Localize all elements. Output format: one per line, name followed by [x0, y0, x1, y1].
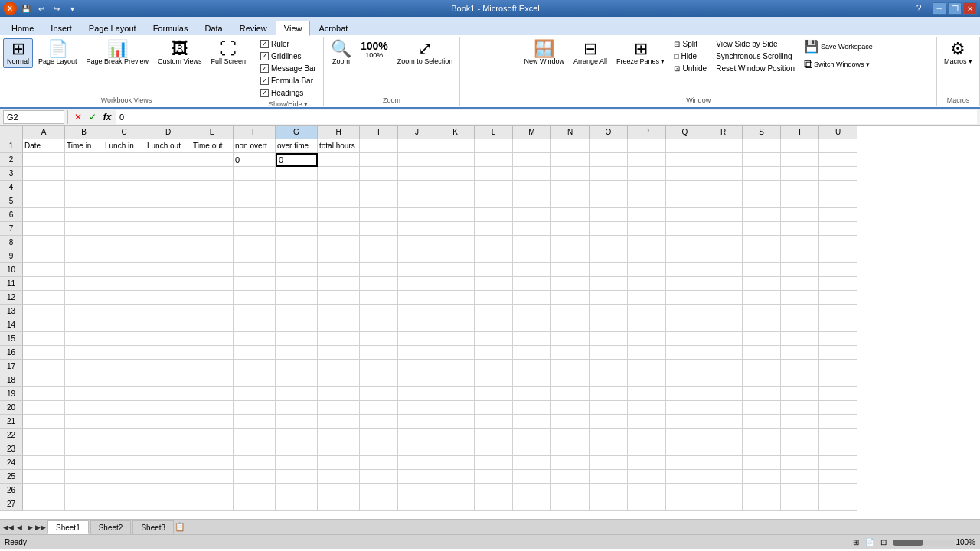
cell-h26[interactable] — [318, 484, 360, 497]
cell-r22[interactable] — [704, 429, 743, 442]
cell-p22[interactable] — [628, 429, 666, 442]
row-num-24[interactable]: 24 — [0, 456, 23, 470]
cell-q25[interactable] — [666, 470, 704, 484]
macros-btn[interactable]: ⚙ Macros ▾ — [940, 38, 976, 68]
cancel-formula-btn[interactable]: ✕ — [71, 110, 85, 124]
cell-k22[interactable] — [436, 429, 475, 442]
cell-n19[interactable] — [551, 387, 590, 401]
cell-c14[interactable] — [103, 318, 145, 332]
cell-d14[interactable] — [145, 318, 191, 332]
cell-l15[interactable] — [475, 332, 513, 346]
cell-m27[interactable] — [513, 497, 551, 511]
cell-t15[interactable] — [781, 332, 819, 346]
cell-d15[interactable] — [145, 332, 191, 346]
cell-r17[interactable] — [704, 360, 743, 373]
cell-o24[interactable] — [590, 456, 628, 470]
cell-g16[interactable] — [276, 346, 318, 360]
cell-l2[interactable] — [475, 153, 513, 167]
cell-t2[interactable] — [781, 153, 819, 167]
cell-b19[interactable] — [65, 387, 103, 401]
cell-o18[interactable] — [590, 373, 628, 387]
cell-q15[interactable] — [666, 332, 704, 346]
cell-d12[interactable] — [145, 291, 191, 305]
cell-o15[interactable] — [590, 332, 628, 346]
cell-m5[interactable] — [513, 194, 551, 208]
cell-s3[interactable] — [743, 167, 781, 181]
cell-m6[interactable] — [513, 208, 551, 222]
cell-d26[interactable] — [145, 484, 191, 497]
cell-m22[interactable] — [513, 429, 551, 442]
cell-t7[interactable] — [781, 222, 819, 236]
cell-g17[interactable] — [276, 360, 318, 373]
cell-d23[interactable] — [145, 442, 191, 456]
cell-i23[interactable] — [360, 442, 398, 456]
cell-g22[interactable] — [276, 429, 318, 442]
cell-p6[interactable] — [628, 208, 666, 222]
cell-f15[interactable] — [234, 332, 276, 346]
cell-d16[interactable] — [145, 346, 191, 360]
cell-i24[interactable] — [360, 456, 398, 470]
cell-e16[interactable] — [191, 346, 234, 360]
cell-e20[interactable] — [191, 401, 234, 415]
row-num-6[interactable]: 6 — [0, 208, 23, 222]
row-num-17[interactable]: 17 — [0, 360, 23, 373]
cell-t21[interactable] — [781, 415, 819, 429]
cell-q14[interactable] — [666, 318, 704, 332]
cell-i13[interactable] — [360, 305, 398, 318]
cell-m4[interactable] — [513, 181, 551, 194]
unhide-btn[interactable]: ⊡ Unhide — [670, 63, 710, 74]
cell-n17[interactable] — [551, 360, 590, 373]
cell-q24[interactable] — [666, 456, 704, 470]
cell-d1[interactable]: Lunch out — [145, 139, 191, 153]
cell-r27[interactable] — [704, 497, 743, 511]
cell-j16[interactable] — [398, 346, 436, 360]
message-bar-checkbox-btn[interactable]: ✓ Message Bar — [256, 63, 320, 74]
cell-i11[interactable] — [360, 277, 398, 291]
cell-q9[interactable] — [666, 249, 704, 263]
cell-t27[interactable] — [781, 497, 819, 511]
view-normal-icon[interactable]: ⊞ — [853, 538, 859, 546]
cell-n8[interactable] — [551, 236, 590, 249]
new-window-btn[interactable]: 🪟 New Window — [520, 38, 568, 68]
cell-d4[interactable] — [145, 181, 191, 194]
row-num-25[interactable]: 25 — [0, 470, 23, 484]
cell-g18[interactable] — [276, 373, 318, 387]
undo-quick-btn[interactable]: ↩ — [35, 2, 47, 15]
cell-f18[interactable] — [234, 373, 276, 387]
cell-a8[interactable] — [23, 236, 65, 249]
cell-q11[interactable] — [666, 277, 704, 291]
col-header-f[interactable]: F — [234, 126, 276, 139]
cell-a1[interactable]: Date — [23, 139, 65, 153]
cell-i27[interactable] — [360, 497, 398, 511]
cell-a22[interactable] — [23, 429, 65, 442]
cell-p2[interactable] — [628, 153, 666, 167]
cell-u5[interactable] — [819, 194, 858, 208]
cell-n3[interactable] — [551, 167, 590, 181]
col-header-t[interactable]: T — [781, 126, 819, 139]
cell-j2[interactable] — [398, 153, 436, 167]
cell-e4[interactable] — [191, 181, 234, 194]
col-header-e[interactable]: E — [191, 126, 234, 139]
cell-p18[interactable] — [628, 373, 666, 387]
cell-k19[interactable] — [436, 387, 475, 401]
cell-o17[interactable] — [590, 360, 628, 373]
cell-p24[interactable] — [628, 456, 666, 470]
col-header-k[interactable]: K — [436, 126, 475, 139]
cell-p10[interactable] — [628, 263, 666, 277]
col-header-o[interactable]: O — [590, 126, 628, 139]
cell-h24[interactable] — [318, 456, 360, 470]
cell-c27[interactable] — [103, 497, 145, 511]
col-header-b[interactable]: B — [65, 126, 103, 139]
cell-b4[interactable] — [65, 181, 103, 194]
cell-p21[interactable] — [628, 415, 666, 429]
cell-d17[interactable] — [145, 360, 191, 373]
cell-c18[interactable] — [103, 373, 145, 387]
sheet-tab-1[interactable]: Sheet1 — [47, 520, 89, 534]
row-num-16[interactable]: 16 — [0, 346, 23, 360]
cell-e7[interactable] — [191, 222, 234, 236]
cell-g3[interactable] — [276, 167, 318, 181]
cell-b3[interactable] — [65, 167, 103, 181]
cell-f4[interactable] — [234, 181, 276, 194]
cell-d19[interactable] — [145, 387, 191, 401]
cell-r7[interactable] — [704, 222, 743, 236]
